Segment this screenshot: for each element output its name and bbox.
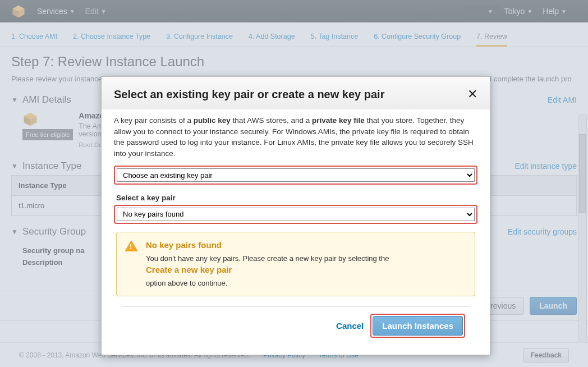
select-key-pair-label: Select a key pair xyxy=(116,192,477,204)
close-icon[interactable]: ✕ xyxy=(467,87,477,102)
key-pair-select[interactable]: No key pairs found xyxy=(117,208,475,221)
modal-cancel-link[interactable]: Cancel xyxy=(336,320,364,332)
warning-icon xyxy=(125,240,138,251)
launch-instances-button[interactable]: Launch Instances xyxy=(373,316,463,336)
modal-title: Select an existing key pair or create a … xyxy=(114,88,467,101)
key-pair-mode-select[interactable]: Choose an existing key pair xyxy=(117,168,475,182)
launch-instances-highlight: Launch Instances xyxy=(370,314,465,338)
key-pair-mode-highlight: Choose an existing key pair xyxy=(114,166,477,185)
key-pair-modal: Select an existing key pair or create a … xyxy=(101,76,490,355)
alert-title: No key pairs found xyxy=(146,239,389,251)
modal-description: A key pair consists of a public key that… xyxy=(114,115,477,159)
no-key-pairs-alert: No key pairs found You don't have any ke… xyxy=(116,232,475,296)
key-pair-select-highlight: No key pairs found xyxy=(114,205,477,224)
